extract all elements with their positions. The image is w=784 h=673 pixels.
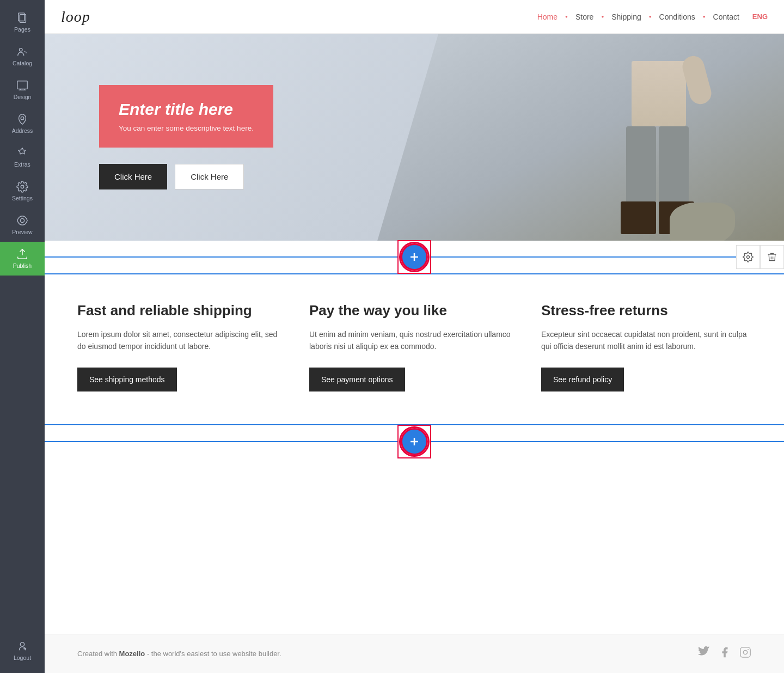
extras-icon (16, 147, 28, 159)
nav-link-conditions[interactable]: Conditions (655, 10, 700, 23)
nav-dot-2: ● (601, 14, 604, 19)
site-logo: loop (61, 8, 90, 26)
features-wrapper: Fast and reliable shipping Lorem ipsum d… (45, 273, 784, 425)
add-section-button-1[interactable] (401, 243, 428, 271)
sidebar-item-design[interactable]: Design (0, 73, 45, 107)
plus-icon-2 (408, 435, 421, 448)
feature-btn-2[interactable]: See payment options (309, 368, 405, 391)
svg-point-5 (21, 185, 24, 188)
sidebar: Pages Catalog Design Address Extras Sett… (0, 0, 45, 673)
add-section-button-2[interactable] (401, 428, 428, 455)
footer: Created with Mozello - the world's easie… (45, 634, 784, 673)
svg-point-2 (20, 48, 23, 52)
nav-link-shipping[interactable]: Shipping (607, 10, 646, 23)
hero-btn-1[interactable]: Click Here (99, 164, 167, 189)
feature-desc-2: Ut enim ad minim veniam, quis nostrud ex… (309, 328, 519, 353)
sidebar-item-logout-label: Logout (14, 654, 31, 661)
sidebar-item-address-label: Address (12, 127, 33, 134)
catalog-icon (16, 46, 28, 58)
footer-social-icons (698, 646, 751, 661)
sidebar-item-extras[interactable]: Extras (0, 140, 45, 174)
main-content: loop Home ● Store ● Shipping ● Condition… (45, 0, 784, 673)
svg-point-10 (747, 256, 750, 259)
features-section: Fast and reliable shipping Lorem ipsum d… (45, 274, 784, 424)
sidebar-item-address[interactable]: Address (0, 107, 45, 140)
hero-image (534, 34, 740, 241)
footer-brand: Mozello (119, 650, 145, 658)
footer-prefix: Created with (77, 650, 119, 658)
add-section-wrapper-1[interactable] (397, 240, 431, 274)
feature-btn-3[interactable]: See refund policy (541, 368, 624, 391)
nav-dot-3: ● (649, 14, 652, 19)
sidebar-bottom: Logout (0, 634, 45, 668)
feature-col-2: Pay the way you like Ut enim ad minim ve… (309, 302, 541, 391)
instagram-icon[interactable] (739, 646, 751, 661)
settings-icon (16, 181, 28, 193)
svg-point-7 (20, 643, 24, 646)
top-nav: loop Home ● Store ● Shipping ● Condition… (45, 0, 784, 34)
hero-description[interactable]: You can enter some descriptive text here… (119, 124, 254, 132)
add-section-wrapper-2[interactable] (397, 425, 431, 458)
footer-rest: - the world's easiest to use website bui… (145, 650, 281, 658)
sidebar-item-preview-label: Preview (12, 229, 32, 235)
plus-icon-1 (408, 250, 421, 264)
footer-text: Created with Mozello - the world's easie… (77, 650, 698, 658)
pages-icon (16, 12, 28, 24)
feature-desc-3: Excepteur sint occaecat cupidatat non pr… (541, 328, 751, 353)
svg-point-6 (20, 218, 24, 222)
nav-dot-4: ● (703, 14, 706, 19)
facebook-icon[interactable] (719, 646, 731, 661)
sidebar-item-publish-label: Publish (13, 262, 32, 269)
logout-icon (16, 640, 28, 652)
hero-buttons: Click Here Click Here (99, 164, 244, 189)
feature-title-3: Stress-free returns (541, 302, 751, 320)
feature-title-1: Fast and reliable shipping (77, 302, 287, 320)
hero-btn-2[interactable]: Click Here (175, 164, 244, 189)
feature-title-2: Pay the way you like (309, 302, 519, 320)
feature-col-3: Stress-free returns Excepteur sint occae… (541, 302, 751, 391)
hero-text-box: Enter title here You can enter some desc… (99, 85, 273, 148)
svg-point-14 (743, 650, 747, 654)
twitter-icon[interactable] (698, 646, 710, 661)
sidebar-item-settings[interactable]: Settings (0, 174, 45, 208)
hero-title[interactable]: Enter title here (119, 100, 254, 119)
design-icon (16, 79, 28, 91)
sidebar-item-pages-label: Pages (14, 26, 30, 33)
gear-icon (743, 252, 754, 262)
feature-desc-1: Lorem ipsum dolor sit amet, consectetur … (77, 328, 287, 353)
section-settings-button[interactable] (736, 245, 760, 269)
nav-links: Home ● Store ● Shipping ● Conditions ● C… (533, 10, 768, 23)
sidebar-item-logout[interactable]: Logout (0, 634, 45, 668)
sidebar-item-settings-label: Settings (12, 195, 33, 201)
section-divider-2 (45, 425, 784, 458)
address-icon (16, 113, 28, 125)
svg-point-15 (748, 649, 749, 650)
sidebar-item-preview[interactable]: Preview (0, 208, 45, 242)
publish-icon (16, 248, 28, 260)
nav-dot-1: ● (565, 14, 568, 19)
hero-content: Enter title here You can enter some desc… (77, 85, 273, 189)
svg-rect-13 (740, 647, 750, 657)
hero-section: Enter title here You can enter some desc… (45, 34, 784, 241)
section-delete-button[interactable] (760, 245, 784, 269)
nav-link-home[interactable]: Home (533, 10, 562, 23)
svg-point-4 (21, 117, 24, 120)
nav-link-contact[interactable]: Contact (709, 10, 744, 23)
sidebar-item-extras-label: Extras (14, 161, 30, 168)
trash-icon (767, 252, 777, 262)
sidebar-item-design-label: Design (14, 94, 32, 100)
sidebar-item-pages[interactable]: Pages (0, 5, 45, 39)
section-divider-1 (45, 241, 784, 273)
svg-rect-3 (17, 81, 27, 89)
section-toolbar (736, 245, 784, 269)
nav-lang[interactable]: ENG (752, 13, 768, 21)
nav-link-store[interactable]: Store (571, 10, 598, 23)
feature-col-1: Fast and reliable shipping Lorem ipsum d… (77, 302, 309, 391)
feature-btn-1[interactable]: See shipping methods (77, 368, 177, 391)
sidebar-item-catalog[interactable]: Catalog (0, 39, 45, 73)
preview-icon (16, 215, 28, 227)
sidebar-item-catalog-label: Catalog (13, 60, 32, 66)
sidebar-item-publish[interactable]: Publish (0, 242, 45, 276)
